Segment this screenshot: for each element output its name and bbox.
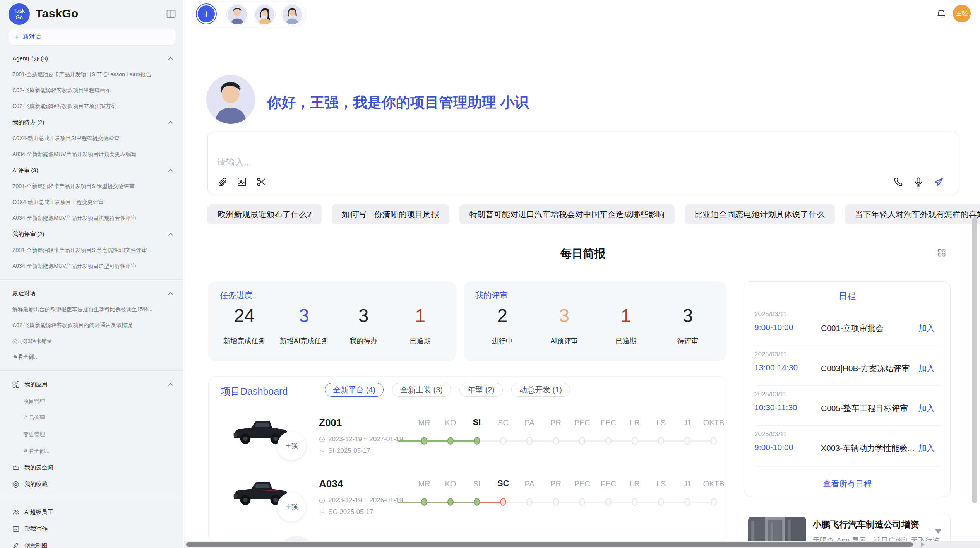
vertical-scrollbar-thumb[interactable] [972,217,977,503]
chevron-up-icon [168,169,173,172]
task-list-item[interactable]: A034-全新新能源MUV产品开发项目法规符合性评审 [0,210,183,226]
task-list-item[interactable]: C02-飞腾新能源轻客改款项目立项汇报方案 [0,98,183,114]
attachment-icon[interactable] [217,176,228,187]
app-sub-item[interactable]: 项目管理 [0,393,183,409]
milestone: MR [411,475,437,514]
milestone-label: J1 [674,480,701,488]
dashboard-tab[interactable]: 全新上装 (3) [392,383,451,397]
section-header[interactable]: 我的待办 (2) [0,114,183,130]
voice-call-icon[interactable] [893,176,904,187]
conversation-avatar-3[interactable] [282,4,303,25]
apps-view-all-link[interactable]: 查看全部... [0,443,183,459]
milestone-connector [687,502,714,503]
task-list-item[interactable]: A034-全新新能源MUV产品开发项目计划变更表编写 [0,146,183,162]
task-list-item[interactable]: C0X4-动力总成开发项目SI里程碑提交物检查 [0,130,183,146]
stat-label: 已逾期 [399,336,442,346]
sidebar-item-my-apps[interactable]: 我的应用 [0,376,183,393]
section-title: Agent已办 (3) [12,55,48,62]
schedule-date: 2025/03/11 [754,310,787,318]
scroll-right-arrow[interactable] [921,542,925,547]
section-header[interactable]: AI评审 (3) [0,162,183,178]
sidebar-item-creative-draw[interactable]: 创意制图 [0,537,183,548]
section-title: AI评审 (3) [12,167,38,174]
join-meeting-link[interactable]: 加入 [918,403,935,414]
horizontal-scrollbar[interactable] [184,541,980,548]
join-meeting-link[interactable]: 加入 [918,443,935,454]
new-conversation-button[interactable]: + [196,3,217,24]
milestone: PA [516,475,543,514]
project-dates: 2023-12-19 ~ 2026-01-19 [319,497,403,504]
send-icon[interactable] [933,176,944,187]
section-header[interactable]: Agent已办 (3) [0,50,183,67]
new-chat-button[interactable]: + 新对话 [9,29,176,45]
milestone: PA [516,414,543,452]
join-meeting-link[interactable]: 加入 [918,363,935,374]
stat-value: 24 [223,304,266,328]
suggestion-chip[interactable]: 当下年轻人对汽车外观有怎样的喜好趋势 [845,204,980,224]
project-dates: 2023-12-19 ~ 2027-01-19 [319,435,403,443]
writing-icon [12,526,19,533]
recent-conversation-item[interactable]: C02-飞腾新能源轻客改款项目的闭环通告反馈情况 [0,317,183,333]
pen-nib-icon [12,542,19,548]
recent-view-all-link[interactable]: 查看全部... [0,349,183,365]
sidebar-item-cloud-space[interactable]: 我的云空间 [0,459,183,476]
user-avatar[interactable]: 王强 [953,5,971,22]
image-icon[interactable] [236,176,247,187]
dashboard-tab[interactable]: 全新平台 (4) [325,383,384,397]
chevron-up-icon [168,233,173,236]
microphone-icon[interactable] [913,176,924,187]
app-sub-item[interactable]: 产品管理 [0,409,183,426]
task-list-item[interactable]: A034-全新新能源MUV产品开发项目造型可行性评审 [0,258,183,274]
milestone: J1 [674,475,701,514]
milestone-connector [398,440,424,442]
milestone-dot [500,437,506,445]
help-write-label: 帮我写作 [24,525,48,533]
task-list-item[interactable]: C0X4-动力总成开发项目工程变更评审 [0,194,183,210]
milestone-connector [451,440,477,442]
task-list-item[interactable]: Z001-全新燃油皮卡产品开发项目SI节点Lesson Learn报告 [0,67,183,82]
scissors-icon[interactable] [256,176,267,187]
dashboard-tab[interactable]: 年型 (2) [459,383,503,397]
milestone-dot [474,437,480,445]
recent-conversation-item[interactable]: 公司Q3轻卡销量 [0,333,183,349]
schedule-event-title: X003-车辆动力学性能验... [821,443,915,454]
stat-item: 3 待评审 [666,304,709,346]
milestone-label: PA [516,418,543,427]
suggestion-chip[interactable]: 特朗普可能对进口汽车增税会对中国车企造成哪些影响 [459,204,675,224]
suggestion-chip[interactable]: 比亚迪全固态电池计划具体说了什么 [685,204,835,224]
section-header[interactable]: 最近对话 [0,285,183,301]
chat-input-card[interactable]: 请输入... [207,132,958,194]
app-sub-item[interactable]: 变更管理 [0,426,183,443]
view-all-schedule-link[interactable]: 查看所有日程 [744,478,950,489]
notification-bell-icon[interactable] [936,8,947,19]
scroll-down-arrow[interactable] [935,529,941,534]
suggestion-chip[interactable]: 欧洲新规最近颁布了什么? [207,204,322,224]
layout-grid-icon[interactable] [937,248,947,258]
milestone: OKTB [701,475,726,514]
plus-icon: + [15,33,19,41]
dashboard-tab[interactable]: 动总开发 (1) [511,383,570,397]
sidebar-collapse-icon[interactable] [166,9,176,19]
cloud-folder-icon [12,464,19,471]
stat-label: 已逾期 [605,336,647,346]
join-meeting-link[interactable]: 加入 [918,323,935,334]
milestone-label: PEC [569,480,595,488]
project-row[interactable]: 王强 Z001 2023-12-19 ~ 2027-01-19 SI-2025-… [231,414,726,464]
project-row[interactable]: 王强 A034 2023-12-19 ~ 2026-01-19 SC-2025-… [231,475,726,525]
stat-item: 1 已逾期 [605,304,647,346]
milestone-dot [526,437,533,445]
sidebar-item-favorites[interactable]: 我的收藏 [0,476,183,493]
recent-conversation-item[interactable]: 解释最新出台的欧盟报废车法规再生塑料比例被调至15%... [0,301,183,317]
conversation-avatar-2[interactable] [254,4,275,25]
task-list-item[interactable]: Z001-全新燃油轻卡产品开发项目SI节点属性5D文件评审 [0,242,183,258]
milestone-dot [632,437,638,445]
suggestion-chip[interactable]: 如何写一份清晰的项目周报 [332,204,449,224]
horizontal-scrollbar-thumb[interactable] [186,542,913,547]
section-header[interactable]: 我的评审 (2) [0,226,183,242]
task-list-item[interactable]: C02-飞腾新能源轻客改款项目里程碑画布 [0,82,183,98]
task-list-item[interactable]: Z001-全新燃油轻卡产品开发项目SI造型提交物评审 [0,178,183,194]
conversation-avatar-1[interactable] [227,4,248,25]
sidebar-item-help-write[interactable]: 帮我写作 [0,521,183,537]
sidebar-item-ai-super-staff[interactable]: AI超级员工 [0,504,183,521]
sidebar: Task Go TaskGo + 新对话 Agent已办 (3) Z001-全新… [0,0,183,548]
